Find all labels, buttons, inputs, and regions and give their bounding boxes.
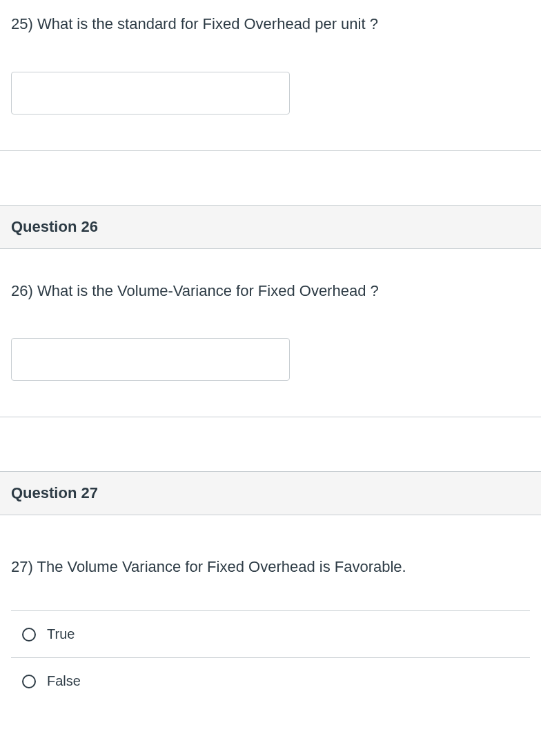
gap xyxy=(0,417,541,471)
question-26-title: Question 26 xyxy=(11,218,530,236)
option-false-row[interactable]: False xyxy=(11,658,530,689)
option-false-label: False xyxy=(47,673,81,689)
radio-true[interactable] xyxy=(22,628,36,641)
question-27-title: Question 27 xyxy=(11,484,530,502)
option-true-row[interactable]: True xyxy=(11,611,530,658)
question-26-block: Question 26 26) What is the Volume-Varia… xyxy=(0,205,541,418)
question-27-header: Question 27 xyxy=(0,472,541,515)
question-26-input[interactable] xyxy=(11,338,290,381)
question-25-body: 25) What is the standard for Fixed Overh… xyxy=(0,0,541,150)
question-26-body: 26) What is the Volume-Variance for Fixe… xyxy=(0,249,541,417)
question-27-block: Question 27 27) The Volume Variance for … xyxy=(0,471,541,689)
question-26-text: 26) What is the Volume-Variance for Fixe… xyxy=(11,281,530,301)
option-true-label: True xyxy=(47,626,75,642)
question-25-input[interactable] xyxy=(11,72,290,115)
gap xyxy=(0,151,541,205)
radio-false[interactable] xyxy=(22,675,36,688)
question-27-body: 27) The Volume Variance for Fixed Overhe… xyxy=(0,515,541,689)
question-26-header: Question 26 xyxy=(0,206,541,249)
question-27-options: True False xyxy=(11,610,530,689)
question-25-text: 25) What is the standard for Fixed Overh… xyxy=(11,14,530,34)
question-27-text: 27) The Volume Variance for Fixed Overhe… xyxy=(11,557,530,577)
